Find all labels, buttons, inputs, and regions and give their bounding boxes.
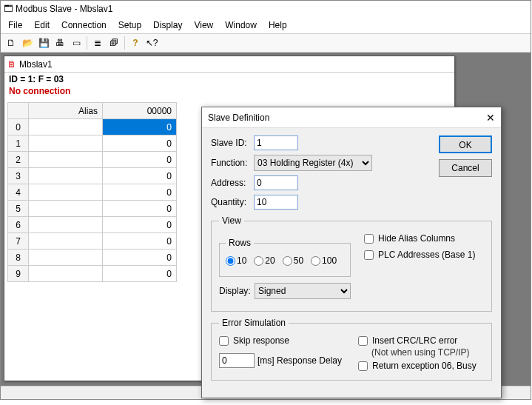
row-index[interactable]: 1 [8,135,29,152]
delay-input[interactable] [219,353,255,368]
row-index[interactable]: 9 [8,266,29,282]
busy-check[interactable] [358,361,368,371]
alias-cell[interactable] [29,184,103,201]
slaveid-input[interactable] [254,135,298,150]
alias-cell[interactable] [29,135,103,152]
slaveid-label: Slave ID: [211,138,254,148]
function-label: Function: [211,158,254,168]
slave-definition-dialog: Slave Definition ✕ OK Cancel Slave ID: F… [201,107,502,398]
quantity-input[interactable] [254,195,298,210]
crc-check[interactable] [358,336,368,346]
rows-20[interactable]: 20 [254,255,275,266]
row-index[interactable]: 5 [8,201,29,217]
form-icon[interactable]: ▭ [69,36,84,50]
dialog-titlebar: Slave Definition ✕ [202,107,501,128]
menu-edit[interactable]: Edit [28,19,55,32]
alias-cell[interactable] [29,201,103,217]
value-cell[interactable]: 0 [103,119,177,135]
rows-100-radio[interactable] [311,256,320,266]
display-select[interactable]: Signed [255,283,351,299]
row-index[interactable]: 7 [8,233,29,250]
table-row: 30 [8,168,177,184]
value-cell[interactable]: 0 [103,250,177,266]
menu-help[interactable]: Help [263,19,293,32]
value-cell[interactable]: 0 [103,233,177,250]
table-row: 70 [8,233,177,250]
display-label: Display: [219,286,255,296]
value-cell[interactable]: 0 [103,152,177,168]
rows-20-radio[interactable] [254,256,263,266]
print-icon[interactable]: 🖶 [53,36,67,50]
value-cell[interactable]: 0 [103,217,177,233]
save-icon[interactable]: 💾 [36,36,51,50]
menu-window[interactable]: Window [219,19,263,32]
value-cell[interactable]: 0 [103,201,177,217]
child-titlebar: 🗎 Mbslav1 [4,56,454,73]
alias-cell[interactable] [29,217,103,233]
alias-cell[interactable] [29,152,103,168]
open-icon[interactable]: 📂 [20,36,35,50]
crc-label: Insert CRC/LRC error [372,335,457,346]
value-cell[interactable]: 0 [103,266,177,282]
alias-cell[interactable] [29,266,103,282]
menu-file[interactable]: File [2,19,28,32]
child-title-text: Mbslav1 [19,59,53,70]
row-index[interactable]: 6 [8,217,29,233]
row-index[interactable]: 2 [8,152,29,168]
connect-icon[interactable]: ≣ [90,36,105,50]
table-row: 20 [8,152,177,168]
address-input[interactable] [254,175,298,190]
alias-cell[interactable] [29,250,103,266]
table-row: 50 [8,201,177,217]
ok-button[interactable]: OK [439,135,492,153]
value-cell[interactable]: 0 [103,168,177,184]
quantity-label: Quantity: [211,197,254,207]
alias-cell[interactable] [29,119,103,135]
toolbar: 🗋 📂 💾 🖶 ▭ ≣ 🗊 ? ↖? [1,33,531,53]
busy-label: Return exception 06, Busy [372,361,477,371]
toolbar-sep2 [124,36,125,50]
value-cell[interactable]: 0 [103,135,177,152]
rows-10[interactable]: 10 [226,255,246,266]
rows-10-radio[interactable] [226,256,235,266]
header-blank [8,103,29,119]
menu-view[interactable]: View [188,19,219,32]
settings-icon[interactable]: 🗊 [107,36,121,50]
function-select[interactable]: 03 Holding Register (4x) [254,155,372,171]
window-title: Modbus Slave - Mbslav1 [16,4,112,14]
connection-status: No connection [4,86,454,99]
row-index[interactable]: 3 [8,168,29,184]
rows-50-radio[interactable] [283,256,292,266]
plc-check[interactable] [364,250,374,260]
header-alias[interactable]: Alias [29,103,103,119]
close-icon[interactable]: ✕ [486,112,495,124]
alias-cell[interactable] [29,233,103,250]
crc-note: (Not when using TCP/IP) [358,347,477,358]
whatsthis-icon[interactable]: ↖? [144,36,159,50]
cancel-button[interactable]: Cancel [439,159,492,177]
address-label: Address: [211,178,254,188]
menu-setup[interactable]: Setup [112,19,147,32]
rows-100[interactable]: 100 [311,255,337,266]
row-index[interactable]: 4 [8,184,29,201]
value-cell[interactable]: 0 [103,184,177,201]
rows-group: Rows 10 20 50 100 [219,238,351,277]
alias-cell[interactable] [29,168,103,184]
header-value[interactable]: 00000 [103,103,177,119]
rows-50[interactable]: 50 [283,255,303,266]
plc-label: PLC Addresses (Base 1) [378,250,475,260]
errorsim-group: Error Simulation Skip response [ms] Resp… [211,318,492,381]
menu-display[interactable]: Display [147,19,188,32]
table-row: 90 [8,266,177,282]
rows-legend: Rows [226,238,254,248]
row-index[interactable]: 0 [8,119,29,135]
row-index[interactable]: 8 [8,250,29,266]
help-icon[interactable]: ? [128,36,143,50]
new-icon[interactable]: 🗋 [4,36,18,50]
menu-connection[interactable]: Connection [55,19,112,32]
dialog-title: Slave Definition [208,113,269,123]
errorsim-legend: Error Simulation [219,318,289,328]
hidealias-check[interactable] [364,234,374,244]
skip-check[interactable] [219,336,229,346]
toolbar-sep [87,36,87,50]
